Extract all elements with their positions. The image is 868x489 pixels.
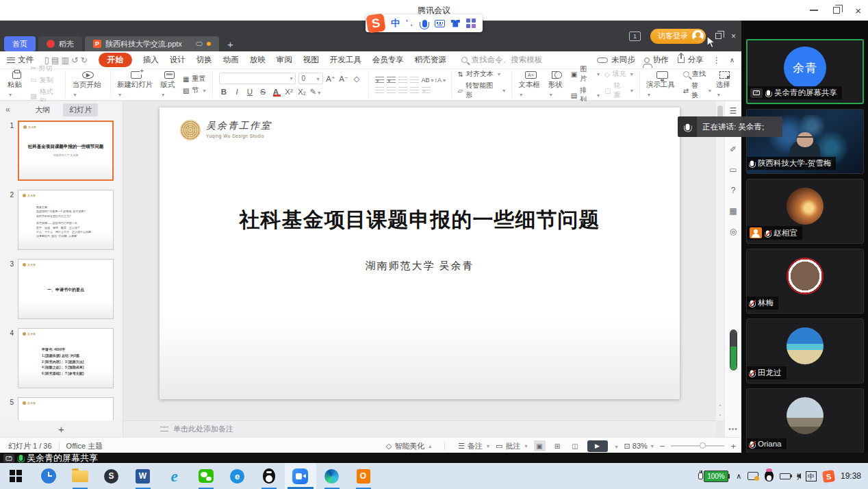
local-clock[interactable]: 19:38 xyxy=(841,471,861,481)
tray-volume-icon[interactable]: ) xyxy=(797,472,800,480)
section-button[interactable]: ▧ 节 xyxy=(183,86,205,95)
ime-skin-icon[interactable] xyxy=(451,20,460,27)
tray-battery-icon[interactable] xyxy=(780,473,791,479)
ime-punctuation[interactable]: ’， xyxy=(406,18,415,28)
copy-button[interactable]: ▭ 复制 xyxy=(30,75,59,85)
zoom-slider[interactable] xyxy=(671,445,724,447)
strikethrough-button[interactable]: S xyxy=(258,88,268,96)
zoom-out-button[interactable]: − xyxy=(660,441,665,451)
reading-view-button[interactable]: ◫ xyxy=(570,440,581,451)
tray-screen-icon[interactable] xyxy=(748,472,758,480)
align-text-button[interactable]: ⇅ 对齐文本 xyxy=(458,69,506,79)
outline-button[interactable]: ▢ 轮廓 xyxy=(604,81,633,100)
command-search[interactable]: 查找命令、搜索模板 xyxy=(461,55,543,65)
menu-view[interactable]: 视图 xyxy=(303,55,319,65)
menu-start[interactable]: 开始 xyxy=(99,53,132,67)
comment-button[interactable]: ▭ 批注 xyxy=(496,441,527,451)
menu-member[interactable]: 会员专享 xyxy=(372,55,404,65)
notes-button[interactable]: ☰ 备注 xyxy=(458,441,489,451)
present-tools-button[interactable]: 演示工具 xyxy=(646,71,678,98)
tab-document[interactable]: P 陕西科技大学交流.pptx xyxy=(85,36,219,51)
normal-view-button[interactable]: ▣ xyxy=(534,440,546,451)
vertical-scrollbar[interactable]: ⌃⌄ xyxy=(716,101,724,421)
play-from-current-button[interactable]: ▶当页开始 xyxy=(72,71,104,98)
reset-button[interactable]: ▦ 重置 xyxy=(183,74,205,84)
font-size-select[interactable]: 0 xyxy=(298,73,323,84)
taskbar-meeting-app[interactable] xyxy=(285,463,316,489)
taskbar-edge[interactable] xyxy=(316,463,348,489)
replace-button[interactable]: ⇄ 替换 xyxy=(683,81,711,100)
participant-tile[interactable]: Oriana xyxy=(746,388,864,453)
tray-sogou-icon[interactable]: S xyxy=(822,469,835,482)
menu-animation[interactable]: 动画 xyxy=(223,55,239,65)
image-tool-icon[interactable]: ▦ xyxy=(729,207,737,215)
layout-button[interactable]: 版式 xyxy=(160,71,178,98)
smart-beautify-button[interactable]: ◇ 智能美化 xyxy=(386,441,431,451)
sogou-logo-icon[interactable]: S xyxy=(366,13,385,33)
find-button[interactable]: 查找 xyxy=(683,69,711,79)
slide-thumbnail-1[interactable]: 吴余青 社科基金项目课题申报的一些细节问题 湖南师范大学 吴余青 xyxy=(18,121,114,181)
wps-close-icon[interactable]: × xyxy=(731,32,736,41)
panel-menu-icon[interactable]: ☰ xyxy=(730,107,737,115)
menu-slideshow[interactable]: 放映 xyxy=(250,55,266,65)
justify-button[interactable] xyxy=(410,87,419,93)
start-button[interactable] xyxy=(10,470,22,482)
menu-insert[interactable]: 插入 xyxy=(143,55,159,65)
taskbar-browser[interactable]: e xyxy=(222,463,253,489)
editing-canvas[interactable]: 吴余青工作室 Yuqing Wu Design Studio 社科基金项目课题申… xyxy=(123,101,716,421)
menu-devtools[interactable]: 开发工具 xyxy=(330,55,361,65)
ime-keyboard-icon[interactable] xyxy=(435,20,445,27)
doc-count-icon[interactable]: 1 xyxy=(629,32,641,41)
slideshow-play-button[interactable]: ▶ xyxy=(587,440,608,452)
menu-review[interactable]: 审阅 xyxy=(277,55,292,65)
align-center-button[interactable] xyxy=(387,87,396,93)
play-options-icon[interactable] xyxy=(614,442,618,450)
shape-button[interactable]: 形状 xyxy=(548,71,566,98)
decrease-font-button[interactable]: A⁻ xyxy=(339,74,349,84)
superscript-button[interactable]: X² xyxy=(284,88,294,96)
restore-icon[interactable] xyxy=(833,7,840,14)
battery-indicator[interactable]: 100% xyxy=(698,471,730,482)
select-button[interactable]: 选择 xyxy=(716,71,734,98)
new-tab-button[interactable]: + xyxy=(227,38,233,51)
underline-button[interactable]: U xyxy=(245,88,255,96)
participant-tile-screenshare[interactable]: 余青 吴余青的屏幕共享 xyxy=(746,39,864,104)
taskbar-qq[interactable] xyxy=(253,463,285,489)
tab-home[interactable]: 首页 xyxy=(4,36,36,51)
tray-ime-indicator[interactable]: 中 xyxy=(806,471,817,481)
share-button[interactable]: 分享 xyxy=(678,55,704,65)
more-tools-icon[interactable]: ••• xyxy=(728,425,738,433)
picture-button[interactable]: ▣ 图片 xyxy=(571,64,600,84)
italic-button[interactable]: I xyxy=(232,88,242,96)
fill-button[interactable]: ◇ 填充 xyxy=(604,69,633,79)
file-menu[interactable]: 文件 xyxy=(7,55,34,65)
tray-expand-icon[interactable]: ∧ xyxy=(736,472,741,481)
highlight-button[interactable]: ✎ xyxy=(310,87,320,97)
textbox-button[interactable]: A≡文本框 xyxy=(518,71,543,98)
sorter-view-button[interactable]: ⊞ xyxy=(552,440,563,451)
slide-thumbnail-5[interactable]: 吴余青 xyxy=(18,397,114,421)
close-icon[interactable]: × xyxy=(855,5,861,16)
tab-docer[interactable]: 稻壳 xyxy=(38,36,82,51)
ime-mode-chinese[interactable]: 中 xyxy=(391,17,400,29)
font-color-button[interactable]: A xyxy=(271,88,281,96)
indent-button[interactable] xyxy=(410,77,419,83)
taskbar-explorer[interactable] xyxy=(64,463,96,489)
thumbnail-list[interactable]: 1 吴余青 社科基金项目课题申报的一些细节问题 湖南师范大学 吴余青 2 吴余青 xyxy=(0,119,123,421)
participant-tile[interactable]: 田龙过 xyxy=(746,318,864,384)
sync-status[interactable]: 未同步 xyxy=(597,55,635,65)
zoom-level[interactable]: ⊡ 83% xyxy=(624,442,654,451)
slide-thumbnail-3[interactable]: 吴余青 一、申请书中的要点 xyxy=(18,259,114,319)
tab-outline[interactable]: 大纲 xyxy=(29,103,56,116)
taskbar-ie[interactable]: e xyxy=(159,463,190,489)
assistant-icon[interactable]: ◎ xyxy=(730,227,737,236)
more-menu-icon[interactable]: ⋮ xyxy=(713,55,721,65)
subscript-button[interactable]: X₂ xyxy=(297,88,307,96)
collaborate-button[interactable]: 协作 xyxy=(644,55,669,65)
taskbar-sogou[interactable]: S xyxy=(96,463,127,489)
menu-design[interactable]: 设计 xyxy=(170,55,186,65)
bullet-list-button[interactable] xyxy=(375,77,384,83)
align-left-button[interactable] xyxy=(375,87,384,93)
outdent-button[interactable] xyxy=(398,77,407,83)
taskbar-word[interactable]: W xyxy=(127,463,159,489)
